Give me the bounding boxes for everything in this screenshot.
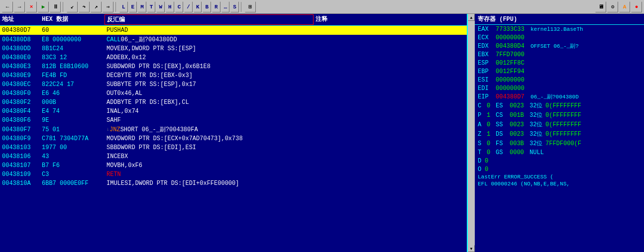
flag-name: P — [478, 112, 485, 119]
flag-value: 0 — [487, 149, 494, 156]
letter-slash-button[interactable]: / — [184, 1, 193, 12]
reg-value[interactable]: 0012FF8C — [496, 60, 531, 67]
disasm-cell-hex: 83C3 12 — [40, 53, 105, 62]
run-to-button[interactable]: ⇒ — [103, 1, 113, 12]
step-into-button[interactable]: ↙ — [67, 1, 78, 12]
pause-button[interactable]: ⏸ — [50, 1, 61, 12]
disasm-cell-addr: 004380F6 — [0, 116, 40, 125]
disasm-row[interactable]: 004380EC822C24 17SUB BYTE PTR SS:[ESP],0… — [0, 80, 467, 89]
disasm-row[interactable]: 004381031977 00SBB DWORD PTR DS:[EDI],ES… — [0, 143, 467, 152]
scroll-up-button[interactable]: ▲ — [468, 14, 475, 21]
disasm-cell-hex: E6 46 — [40, 89, 105, 98]
disasm-row[interactable]: 00438107B7 F6MOV BH,0xF6 — [0, 161, 467, 170]
seg-selector: 003B — [510, 140, 528, 147]
disasm-row[interactable]: 004380F0E6 46OUT 0x46,AL — [0, 89, 467, 98]
seg-name: SS — [496, 121, 508, 128]
seg-base: 7FFDF000(F — [545, 140, 641, 147]
instruction-part: BYTE PTR DS:[EBX-0x3] — [117, 72, 193, 79]
flag-value: 1 — [487, 112, 494, 119]
disasm-cell-hex: E8 00000000 — [40, 35, 105, 44]
register-row: EDX004380D4OFFSET 06_-_副? — [475, 42, 644, 50]
grid-button[interactable]: ⊞ — [245, 1, 256, 12]
reg-name: EAX — [478, 26, 496, 33]
letter-M-button[interactable]: M — [138, 1, 146, 12]
disasm-cell-hex: 43 — [40, 152, 105, 161]
flag-name: C — [478, 102, 485, 109]
eip-value[interactable]: 004380D7 — [496, 93, 531, 100]
disasm-cell-instruction: DEC BYTE PTR DS:[EBX-0x3] — [105, 71, 314, 80]
disasm-row[interactable]: 004380F775 01↓ JNZ SHORT 06_-_副?004380FA — [0, 125, 467, 134]
disasm-cell-hex: 9E — [40, 116, 105, 125]
d-flag-row: D0 — [475, 157, 644, 165]
reg-value[interactable]: 00000000 — [496, 34, 531, 41]
disasm-cell-hex: 1977 00 — [40, 143, 105, 152]
reg-value[interactable]: 00000000 — [496, 77, 531, 84]
disasm-cell-addr: 00438109 — [0, 170, 40, 179]
disasm-row[interactable]: 004380E083C3 12ADD EBX,0x12 — [0, 53, 467, 62]
disasm-scrollbar[interactable]: ▲ ▼ — [468, 14, 475, 252]
disasm-row[interactable]: 004380D8E8 00000000CALL 06_-_副?004380DD — [0, 35, 467, 44]
reg-value[interactable]: 004380D4 — [496, 43, 531, 50]
disasm-cell-hex: FE4B FD — [40, 71, 105, 80]
flag-name: T — [478, 149, 485, 156]
disasm-row[interactable]: 004380D760PUSHAD — [0, 26, 467, 35]
step-over-button[interactable]: ↷ — [79, 1, 90, 12]
segment-row: C0ES002332位0(FFFFFFFF — [475, 101, 644, 110]
letter-L-button[interactable]: L — [119, 1, 128, 12]
instruction-part: OUT — [107, 90, 117, 97]
instruction-part: 06_-_副?004380DD — [121, 35, 177, 44]
disasm-row[interactable]: 00438109C3RETN — [0, 170, 467, 179]
instruction-part: IMUL — [107, 180, 121, 187]
disasm-cell-comment — [314, 134, 467, 143]
disasm-row[interactable]: 0043810643INC EBX — [0, 152, 467, 161]
header-hex: HEX 数据 — [40, 14, 105, 25]
answer-button[interactable]: A — [619, 1, 630, 12]
main-container: 地址 HEX 数据 反汇编 注释 004380D760PUSHAD004380D… — [0, 14, 644, 252]
disasm-cell-comment — [314, 170, 467, 179]
letter-dots-button[interactable]: … — [221, 1, 230, 12]
letter-B-button[interactable]: B — [203, 1, 211, 12]
letter-W-button[interactable]: W — [156, 1, 165, 12]
lasterr-text: LastErr ERROR_SUCCESS ( — [478, 174, 553, 180]
flag-value: 0 — [485, 158, 492, 165]
disassembly-body[interactable]: 004380D760PUSHAD004380D8E8 00000000CALL … — [0, 26, 467, 252]
disasm-row[interactable]: 004380F4E4 74IN AL,0x74 — [0, 107, 467, 116]
disasm-row[interactable]: 004380F9C781 7304D77AMOV DWORD PTR DS:[E… — [0, 134, 467, 143]
forward-button[interactable]: → — [14, 1, 25, 12]
disasm-row[interactable]: 004380F2000BADD BYTE PTR DS:[EBX],CL — [0, 98, 467, 107]
reg-name: ESP — [478, 60, 496, 67]
flag-name: Z — [478, 131, 485, 138]
step-out-button[interactable]: ↗ — [91, 1, 102, 12]
letter-E-button[interactable]: E — [129, 1, 137, 12]
instruction-part: RETN — [107, 171, 121, 178]
close-button[interactable]: × — [26, 1, 37, 12]
header-disasm: 反汇编 — [105, 14, 314, 25]
back-button[interactable]: ← — [2, 1, 13, 12]
reg-desc: 06_-_副?004380D — [531, 93, 641, 100]
reg-value[interactable]: 7FFD7000 — [496, 51, 531, 58]
reg-value[interactable]: 0012FF94 — [496, 68, 531, 75]
letter-K-button[interactable]: K — [194, 1, 202, 12]
disasm-row[interactable]: 004380F69ESAHF — [0, 116, 467, 125]
settings-button[interactable]: ⚙ — [607, 1, 618, 12]
letter-S-button[interactable]: S — [230, 1, 239, 12]
disasm-row[interactable]: 0043810A6BB7 0000E0FFIMUL ESI,DWORD PTR … — [0, 179, 467, 188]
letter-C-button[interactable]: C — [175, 1, 184, 12]
record-button[interactable]: ● — [631, 1, 642, 12]
disasm-row[interactable]: 004380E9FE4B FDDEC BYTE PTR DS:[EBX-0x3] — [0, 71, 467, 80]
reg-value[interactable]: 00000000 — [496, 85, 531, 92]
play-button[interactable]: ▶ — [38, 1, 49, 12]
scroll-down-button[interactable]: ▼ — [468, 245, 475, 252]
seg-name: DS — [496, 131, 508, 138]
letter-R-button[interactable]: R — [212, 1, 220, 12]
disasm-cell-comment — [314, 71, 467, 80]
letter-H-button[interactable]: H — [166, 1, 174, 12]
monitor-button[interactable]: 🖥 — [595, 1, 606, 12]
disasm-row[interactable]: 004380DD8B1C24MOV EBX,DWORD PTR SS:[ESP] — [0, 44, 467, 53]
letter-T-button[interactable]: T — [147, 1, 156, 12]
disasm-row[interactable]: 004380E3812B E8B10600SUB DWORD PTR DS:[E… — [0, 62, 467, 71]
instruction-part: DWORD PTR DS:[EBX],0x6B1E8 — [117, 63, 211, 70]
disasm-cell-instruction: MOV DWORD PTR DS:[ECX+0x7AD70473],0x738 — [105, 134, 314, 143]
sep2 — [115, 2, 117, 12]
reg-value[interactable]: 77333C33 — [496, 26, 531, 33]
